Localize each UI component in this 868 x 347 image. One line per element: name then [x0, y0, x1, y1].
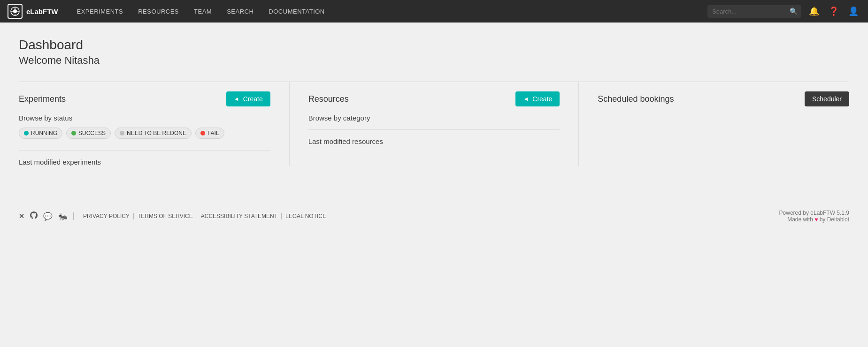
footer-links: PRIVACY POLICY TERMS OF SERVICE ACCESSIB… — [79, 213, 330, 219]
needredo-label: NEED TO BE REDONE — [127, 130, 186, 136]
experiments-header: Experiments ◄ Create — [19, 82, 270, 114]
status-running[interactable]: RUNNING — [19, 128, 62, 139]
experiments-column: Experiments ◄ Create Browse by status RU… — [19, 82, 290, 166]
success-label: SUCCESS — [78, 130, 106, 136]
nav-team[interactable]: TEAM — [186, 0, 219, 23]
terms-link[interactable]: TERMS OF SERVICE — [133, 213, 197, 219]
running-label: RUNNING — [31, 130, 57, 136]
browse-by-status-label: Browse by status — [19, 114, 270, 122]
notifications-button[interactable]: 🔔 — [807, 4, 821, 18]
experiments-create-button[interactable]: ◄ Create — [226, 91, 270, 106]
needredo-dot — [120, 131, 124, 136]
resources-header: Resources ◄ Create — [308, 82, 560, 114]
running-dot — [24, 131, 29, 136]
dashboard-columns: Experiments ◄ Create Browse by status RU… — [19, 82, 849, 166]
resources-title: Resources — [308, 94, 349, 104]
footer-left: ✕ 💬 🐜 PRIVACY POLICY TERMS OF SERVICE AC… — [19, 211, 330, 221]
browse-by-category-label: Browse by category — [308, 114, 560, 122]
footer-right: Powered by eLabFTW 5.1.9 Made with ♥ by … — [779, 210, 849, 223]
resources-column: Resources ◄ Create Browse by category La… — [290, 82, 579, 166]
fail-dot — [200, 131, 205, 136]
chat-icon[interactable]: 💬 — [43, 212, 53, 221]
experiments-title: Experiments — [19, 94, 66, 104]
experiments-divider — [19, 150, 270, 151]
scheduled-header: Scheduled bookings Scheduler — [598, 82, 849, 114]
experiments-create-label: Create — [243, 95, 263, 103]
last-modified-resources: Last modified resources — [308, 137, 560, 145]
logo-text: eLabFTW — [26, 8, 58, 15]
nav-links: EXPERIMENTS RESOURCES TEAM SEARCH DOCUME… — [69, 0, 708, 23]
resources-create-button[interactable]: ◄ Create — [515, 91, 560, 106]
welcome-text: Welcome Nitasha — [19, 54, 849, 67]
scheduled-column: Scheduled bookings Scheduler — [579, 82, 849, 166]
footer: ✕ 💬 🐜 PRIVACY POLICY TERMS OF SERVICE AC… — [0, 200, 868, 232]
navbar: eLabFTW EXPERIMENTS RESOURCES TEAM SEARC… — [0, 0, 868, 23]
scheduled-title: Scheduled bookings — [598, 94, 674, 104]
scheduler-label: Scheduler — [812, 95, 842, 103]
accessibility-link[interactable]: ACCESSIBILITY STATEMENT — [197, 213, 281, 219]
main-content: Dashboard Welcome Nitasha Experiments ◄ … — [0, 23, 868, 181]
status-success[interactable]: SUCCESS — [66, 128, 111, 139]
help-button[interactable]: ❓ — [827, 4, 841, 18]
privacy-policy-link[interactable]: PRIVACY POLICY — [79, 213, 133, 219]
search-container: 🔍 — [707, 5, 801, 18]
nav-right: 🔍 🔔 ❓ 👤 — [707, 4, 860, 18]
github-icon[interactable] — [30, 211, 38, 221]
resources-create-arrow-icon: ◄ — [523, 96, 529, 102]
nav-experiments[interactable]: EXPERIMENTS — [69, 0, 131, 23]
user-button[interactable]: 👤 — [846, 4, 860, 18]
search-input[interactable] — [707, 5, 801, 18]
resources-create-label: Create — [532, 95, 552, 103]
nav-resources[interactable]: RESOURCES — [131, 0, 186, 23]
powered-by-text: Powered by eLabFTW 5.1.9 — [779, 210, 849, 216]
users-icon[interactable]: 🐜 — [58, 212, 68, 221]
fail-label: FAIL — [207, 130, 219, 136]
create-arrow-icon: ◄ — [234, 96, 239, 102]
svg-point-1 — [13, 9, 17, 13]
footer-left-divider — [73, 212, 74, 220]
heart-icon: ♥ — [814, 216, 818, 223]
made-with-text: Made with ♥ by Deltablot — [779, 216, 849, 223]
page-title: Dashboard — [19, 38, 849, 53]
twitter-x-icon[interactable]: ✕ — [19, 212, 24, 220]
status-fail[interactable]: FAIL — [195, 128, 224, 139]
nav-logo[interactable]: eLabFTW — [8, 4, 58, 19]
scheduler-button[interactable]: Scheduler — [805, 91, 849, 106]
last-modified-experiments: Last modified experiments — [19, 158, 270, 166]
nav-documentation[interactable]: DOCUMENTATION — [261, 0, 332, 23]
logo-icon — [8, 4, 23, 19]
success-dot — [71, 131, 76, 136]
status-badges: RUNNING SUCCESS NEED TO BE REDONE FAIL — [19, 128, 270, 139]
legal-notice-link[interactable]: LEGAL NOTICE — [281, 213, 330, 219]
status-needredo[interactable]: NEED TO BE REDONE — [115, 128, 192, 139]
nav-search[interactable]: SEARCH — [219, 0, 261, 23]
resources-divider — [308, 129, 560, 130]
